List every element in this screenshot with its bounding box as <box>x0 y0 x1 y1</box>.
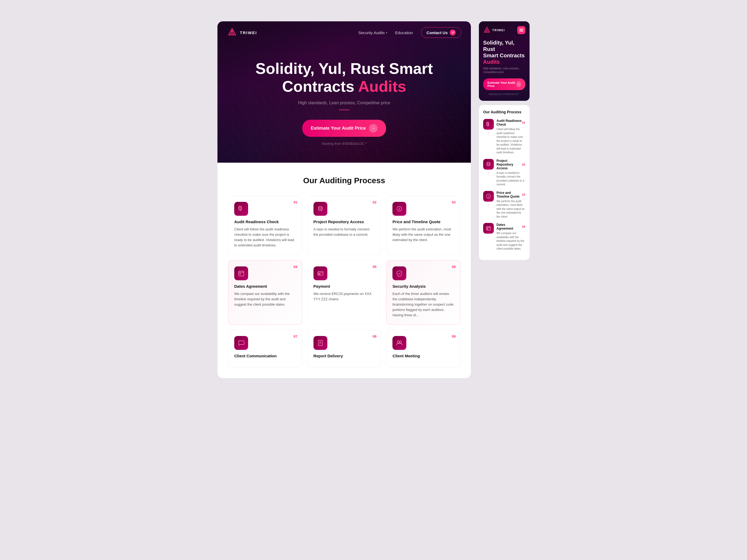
process-num-04: 04 <box>293 265 297 269</box>
process-card-08: 08 Report Delivery <box>307 330 381 368</box>
mobile-nav: TRIWEI <box>483 26 525 34</box>
process-num-07: 07 <box>293 335 297 339</box>
estimate-price-button[interactable]: Estimate Your Audit Price → <box>302 120 386 137</box>
mobile-mockup: TRIWEI Solidity, Yul, Rust Smart Contrac… <box>479 21 530 101</box>
logo: TRIWEI <box>227 27 257 37</box>
menu-line-1 <box>519 29 523 29</box>
repo-icon-wrap <box>313 202 327 216</box>
side-process-name-04: Dates Agreement <box>496 223 522 231</box>
mobile-menu-button[interactable] <box>517 26 525 34</box>
process-card-03: 03 $ Price and Timeline Quote We perform… <box>386 196 460 255</box>
process-num-06: 06 <box>452 265 456 269</box>
security-icon <box>396 270 403 277</box>
process-num-09: 09 <box>452 335 456 339</box>
nav-security-audits[interactable]: Security Audits ▾ <box>358 30 387 35</box>
process-num-03: 03 <box>452 200 456 204</box>
svg-rect-25 <box>487 122 489 125</box>
side-checklist-icon <box>486 122 491 127</box>
process-title-03: Price and Timeline Quote <box>392 219 454 224</box>
side-process-desc-04: We compare our availability with the tim… <box>496 232 525 251</box>
mobile-logo: TRIWEI <box>483 26 505 34</box>
side-process-num-01: 01 <box>522 121 525 124</box>
side-process-name-01: Audit Readiness Check <box>496 119 522 126</box>
svg-rect-9 <box>238 271 244 276</box>
mobile-hero-title: Solidity, Yul, Rust Smart Contracts Audi… <box>483 39 525 65</box>
calendar-icon <box>238 270 244 277</box>
mobile-cta-button[interactable]: Estimate Your Audit Price → <box>483 78 525 90</box>
process-title-06: Security Analysis <box>392 284 454 289</box>
side-process-section: Our Auditing Process Audit Readiness Che… <box>479 105 530 260</box>
hero-title: Solidity, Yul, Rust Smart Contracts Audi… <box>239 60 449 95</box>
side-calendar-icon-wrap <box>483 223 494 234</box>
nav-education[interactable]: Education <box>395 30 413 35</box>
side-process-desc-03: We perform the audit estimation, most li… <box>496 199 525 219</box>
btn-arrow-icon: → <box>369 124 378 133</box>
mobile-logo-icon <box>483 26 491 34</box>
process-desc-03: We perform the audit estimation, most li… <box>392 227 454 243</box>
process-grid-top: 01 Audit Readiness Check Client will fol… <box>228 196 460 255</box>
side-price-icon: $ <box>486 194 491 199</box>
process-num-08: 08 <box>373 335 377 339</box>
process-num-05: 05 <box>373 265 377 269</box>
side-process-name-02: Project Repository Access <box>496 159 522 170</box>
calendar-icon-wrap <box>234 266 248 280</box>
mobile-btn-arrow-icon: → <box>516 81 521 87</box>
main-panel: TRIWEI Security Audits ▾ Education Conta… <box>217 21 471 378</box>
price-icon-wrap: $ <box>392 202 406 216</box>
side-process-item-02: Project Repository Access 02 A repo is n… <box>483 159 525 187</box>
svg-point-21 <box>397 341 400 343</box>
process-card-05: 05 Payment We receive ERC20 payments on … <box>307 260 381 325</box>
svg-rect-13 <box>239 273 241 274</box>
svg-text:$: $ <box>398 207 400 210</box>
svg-rect-14 <box>318 271 323 275</box>
svg-point-22 <box>400 341 402 343</box>
navbar: TRIWEI Security Audits ▾ Education Conta… <box>217 21 471 44</box>
meeting-icon-wrap <box>392 336 406 350</box>
process-title-01: Audit Readiness Check <box>234 219 296 224</box>
meeting-icon <box>396 340 403 346</box>
process-desc-06: Each of the three auditors will review t… <box>392 291 454 318</box>
contact-us-button[interactable]: Contact Us ↗ <box>421 27 461 38</box>
security-icon-wrap <box>392 266 406 280</box>
process-card-02: 02 Project Repository Access A repo is n… <box>307 196 381 255</box>
process-card-06: 06 Security Analysis Each of the three a… <box>386 260 460 325</box>
svg-point-6 <box>318 206 322 208</box>
checklist-icon-wrap <box>234 202 248 216</box>
svg-rect-35 <box>487 229 488 229</box>
price-icon: $ <box>396 205 403 212</box>
side-process-desc-02: A repo is needed to formally connect the… <box>496 171 525 187</box>
process-title-09: Client Meeting <box>392 354 454 358</box>
process-title-08: Report Delivery <box>313 354 375 358</box>
process-desc-05: We receive ERC20 payments on XXX YYY ZZZ… <box>313 291 375 302</box>
payment-icon-wrap <box>313 266 327 280</box>
checklist-icon <box>238 205 244 212</box>
side-calendar-icon <box>486 225 491 231</box>
process-title-02: Project Repository Access <box>313 219 375 224</box>
svg-point-28 <box>487 162 490 163</box>
side-price-icon-wrap: $ <box>483 191 494 202</box>
side-checklist-icon-wrap <box>483 119 494 130</box>
process-card-01: 01 Audit Readiness Check Client will fol… <box>228 196 302 255</box>
repo-icon <box>317 205 324 212</box>
side-repo-icon <box>486 162 491 167</box>
hero-subtitle: High standards, Lean process, Competitiv… <box>239 101 449 105</box>
side-process-num-03: 03 <box>522 193 525 196</box>
report-icon <box>317 340 324 346</box>
hero-divider <box>339 110 350 110</box>
side-process-desc-01: Client will follow the audit readiness c… <box>496 128 525 155</box>
process-desc-04: We compare our availability with the tim… <box>234 291 296 307</box>
process-title-07: Client Communication <box>234 354 296 358</box>
side-process-num-04: 04 <box>522 225 525 228</box>
communication-icon-wrap <box>234 336 248 350</box>
process-num-02: 02 <box>373 200 377 204</box>
logo-icon <box>227 27 237 37</box>
nav-links: Security Audits ▾ Education Contact Us ↗ <box>358 27 461 38</box>
process-num-01: 01 <box>293 200 297 204</box>
process-section-title: Our Auditing Process <box>228 176 460 185</box>
arrow-icon: ↗ <box>450 30 456 35</box>
process-grid-bottom: 07 Client Communication 08 <box>228 330 460 368</box>
menu-line-3 <box>519 31 523 31</box>
svg-text:$: $ <box>488 195 489 198</box>
mobile-starting-price: Starting from 9'000$/1kLOC * <box>483 93 525 96</box>
process-desc-02: A repo is needed to formally connect the… <box>313 227 375 237</box>
